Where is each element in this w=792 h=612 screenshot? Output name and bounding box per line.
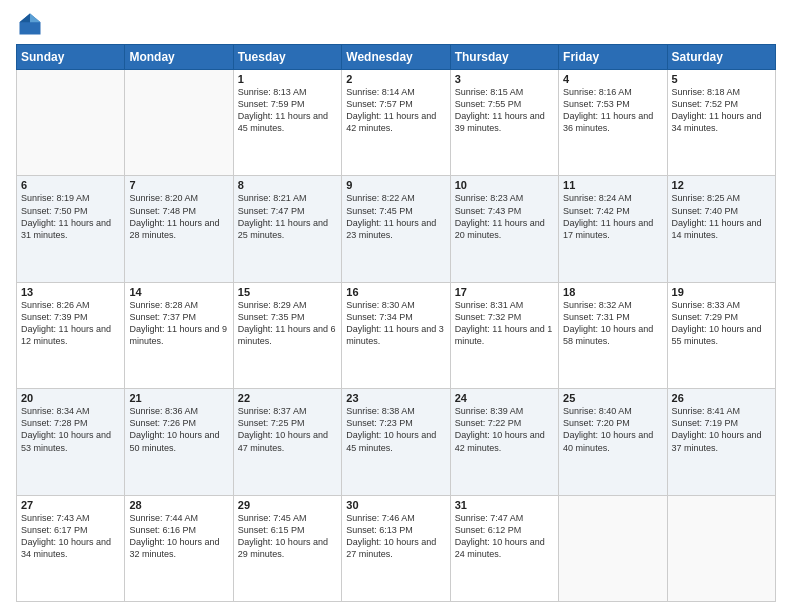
calendar-cell-4-7: 26Sunrise: 8:41 AMSunset: 7:19 PMDayligh… <box>667 389 775 495</box>
calendar-cell-1-4: 2Sunrise: 8:14 AMSunset: 7:57 PMDaylight… <box>342 70 450 176</box>
day-number: 7 <box>129 179 228 191</box>
header <box>16 10 776 38</box>
calendar-cell-2-2: 7Sunrise: 8:20 AMSunset: 7:48 PMDaylight… <box>125 176 233 282</box>
day-number: 16 <box>346 286 445 298</box>
day-number: 15 <box>238 286 337 298</box>
calendar-cell-1-1 <box>17 70 125 176</box>
calendar-cell-3-2: 14Sunrise: 8:28 AMSunset: 7:37 PMDayligh… <box>125 282 233 388</box>
cell-info: Sunrise: 8:30 AMSunset: 7:34 PMDaylight:… <box>346 299 445 348</box>
cell-info: Sunrise: 7:44 AMSunset: 6:16 PMDaylight:… <box>129 512 228 561</box>
calendar-cell-5-6 <box>559 495 667 601</box>
svg-marker-2 <box>20 14 31 23</box>
day-number: 5 <box>672 73 771 85</box>
calendar-header-saturday: Saturday <box>667 45 775 70</box>
calendar-cell-5-3: 29Sunrise: 7:45 AMSunset: 6:15 PMDayligh… <box>233 495 341 601</box>
calendar-header-thursday: Thursday <box>450 45 558 70</box>
day-number: 23 <box>346 392 445 404</box>
calendar-cell-2-4: 9Sunrise: 8:22 AMSunset: 7:45 PMDaylight… <box>342 176 450 282</box>
cell-info: Sunrise: 8:21 AMSunset: 7:47 PMDaylight:… <box>238 192 337 241</box>
calendar-cell-4-5: 24Sunrise: 8:39 AMSunset: 7:22 PMDayligh… <box>450 389 558 495</box>
calendar-cell-4-6: 25Sunrise: 8:40 AMSunset: 7:20 PMDayligh… <box>559 389 667 495</box>
calendar-table: SundayMondayTuesdayWednesdayThursdayFrid… <box>16 44 776 602</box>
calendar-cell-3-7: 19Sunrise: 8:33 AMSunset: 7:29 PMDayligh… <box>667 282 775 388</box>
day-number: 27 <box>21 499 120 511</box>
cell-info: Sunrise: 8:20 AMSunset: 7:48 PMDaylight:… <box>129 192 228 241</box>
cell-info: Sunrise: 8:13 AMSunset: 7:59 PMDaylight:… <box>238 86 337 135</box>
cell-info: Sunrise: 8:39 AMSunset: 7:22 PMDaylight:… <box>455 405 554 454</box>
cell-info: Sunrise: 8:31 AMSunset: 7:32 PMDaylight:… <box>455 299 554 348</box>
cell-info: Sunrise: 8:25 AMSunset: 7:40 PMDaylight:… <box>672 192 771 241</box>
cell-info: Sunrise: 7:47 AMSunset: 6:12 PMDaylight:… <box>455 512 554 561</box>
day-number: 14 <box>129 286 228 298</box>
day-number: 1 <box>238 73 337 85</box>
day-number: 20 <box>21 392 120 404</box>
cell-info: Sunrise: 8:19 AMSunset: 7:50 PMDaylight:… <box>21 192 120 241</box>
calendar-cell-1-3: 1Sunrise: 8:13 AMSunset: 7:59 PMDaylight… <box>233 70 341 176</box>
calendar-cell-1-6: 4Sunrise: 8:16 AMSunset: 7:53 PMDaylight… <box>559 70 667 176</box>
logo <box>16 10 48 38</box>
calendar-cell-2-5: 10Sunrise: 8:23 AMSunset: 7:43 PMDayligh… <box>450 176 558 282</box>
day-number: 31 <box>455 499 554 511</box>
cell-info: Sunrise: 7:46 AMSunset: 6:13 PMDaylight:… <box>346 512 445 561</box>
day-number: 18 <box>563 286 662 298</box>
calendar-week-2: 6Sunrise: 8:19 AMSunset: 7:50 PMDaylight… <box>17 176 776 282</box>
day-number: 29 <box>238 499 337 511</box>
cell-info: Sunrise: 7:43 AMSunset: 6:17 PMDaylight:… <box>21 512 120 561</box>
cell-info: Sunrise: 8:37 AMSunset: 7:25 PMDaylight:… <box>238 405 337 454</box>
calendar-cell-1-7: 5Sunrise: 8:18 AMSunset: 7:52 PMDaylight… <box>667 70 775 176</box>
calendar-cell-2-6: 11Sunrise: 8:24 AMSunset: 7:42 PMDayligh… <box>559 176 667 282</box>
day-number: 3 <box>455 73 554 85</box>
calendar-cell-2-7: 12Sunrise: 8:25 AMSunset: 7:40 PMDayligh… <box>667 176 775 282</box>
cell-info: Sunrise: 8:32 AMSunset: 7:31 PMDaylight:… <box>563 299 662 348</box>
calendar-cell-3-6: 18Sunrise: 8:32 AMSunset: 7:31 PMDayligh… <box>559 282 667 388</box>
calendar-week-5: 27Sunrise: 7:43 AMSunset: 6:17 PMDayligh… <box>17 495 776 601</box>
cell-info: Sunrise: 8:34 AMSunset: 7:28 PMDaylight:… <box>21 405 120 454</box>
cell-info: Sunrise: 8:36 AMSunset: 7:26 PMDaylight:… <box>129 405 228 454</box>
cell-info: Sunrise: 8:14 AMSunset: 7:57 PMDaylight:… <box>346 86 445 135</box>
calendar-cell-3-3: 15Sunrise: 8:29 AMSunset: 7:35 PMDayligh… <box>233 282 341 388</box>
day-number: 8 <box>238 179 337 191</box>
calendar-cell-3-4: 16Sunrise: 8:30 AMSunset: 7:34 PMDayligh… <box>342 282 450 388</box>
day-number: 30 <box>346 499 445 511</box>
calendar-cell-4-1: 20Sunrise: 8:34 AMSunset: 7:28 PMDayligh… <box>17 389 125 495</box>
calendar-cell-3-1: 13Sunrise: 8:26 AMSunset: 7:39 PMDayligh… <box>17 282 125 388</box>
calendar-cell-1-2 <box>125 70 233 176</box>
day-number: 26 <box>672 392 771 404</box>
calendar-cell-5-2: 28Sunrise: 7:44 AMSunset: 6:16 PMDayligh… <box>125 495 233 601</box>
cell-info: Sunrise: 8:23 AMSunset: 7:43 PMDaylight:… <box>455 192 554 241</box>
day-number: 28 <box>129 499 228 511</box>
cell-info: Sunrise: 8:16 AMSunset: 7:53 PMDaylight:… <box>563 86 662 135</box>
day-number: 21 <box>129 392 228 404</box>
day-number: 13 <box>21 286 120 298</box>
calendar-cell-2-1: 6Sunrise: 8:19 AMSunset: 7:50 PMDaylight… <box>17 176 125 282</box>
day-number: 10 <box>455 179 554 191</box>
cell-info: Sunrise: 8:18 AMSunset: 7:52 PMDaylight:… <box>672 86 771 135</box>
cell-info: Sunrise: 8:26 AMSunset: 7:39 PMDaylight:… <box>21 299 120 348</box>
calendar-header-tuesday: Tuesday <box>233 45 341 70</box>
calendar-cell-5-5: 31Sunrise: 7:47 AMSunset: 6:12 PMDayligh… <box>450 495 558 601</box>
page: SundayMondayTuesdayWednesdayThursdayFrid… <box>0 0 792 612</box>
calendar-header-wednesday: Wednesday <box>342 45 450 70</box>
day-number: 24 <box>455 392 554 404</box>
calendar-header-friday: Friday <box>559 45 667 70</box>
day-number: 4 <box>563 73 662 85</box>
calendar-cell-3-5: 17Sunrise: 8:31 AMSunset: 7:32 PMDayligh… <box>450 282 558 388</box>
day-number: 2 <box>346 73 445 85</box>
cell-info: Sunrise: 8:28 AMSunset: 7:37 PMDaylight:… <box>129 299 228 348</box>
cell-info: Sunrise: 8:40 AMSunset: 7:20 PMDaylight:… <box>563 405 662 454</box>
logo-icon <box>16 10 44 38</box>
calendar-week-4: 20Sunrise: 8:34 AMSunset: 7:28 PMDayligh… <box>17 389 776 495</box>
day-number: 17 <box>455 286 554 298</box>
calendar-cell-4-3: 22Sunrise: 8:37 AMSunset: 7:25 PMDayligh… <box>233 389 341 495</box>
cell-info: Sunrise: 8:24 AMSunset: 7:42 PMDaylight:… <box>563 192 662 241</box>
calendar-cell-5-4: 30Sunrise: 7:46 AMSunset: 6:13 PMDayligh… <box>342 495 450 601</box>
cell-info: Sunrise: 8:38 AMSunset: 7:23 PMDaylight:… <box>346 405 445 454</box>
day-number: 22 <box>238 392 337 404</box>
calendar-week-3: 13Sunrise: 8:26 AMSunset: 7:39 PMDayligh… <box>17 282 776 388</box>
calendar-header-monday: Monday <box>125 45 233 70</box>
calendar-header-sunday: Sunday <box>17 45 125 70</box>
day-number: 11 <box>563 179 662 191</box>
day-number: 19 <box>672 286 771 298</box>
day-number: 9 <box>346 179 445 191</box>
calendar-cell-5-1: 27Sunrise: 7:43 AMSunset: 6:17 PMDayligh… <box>17 495 125 601</box>
